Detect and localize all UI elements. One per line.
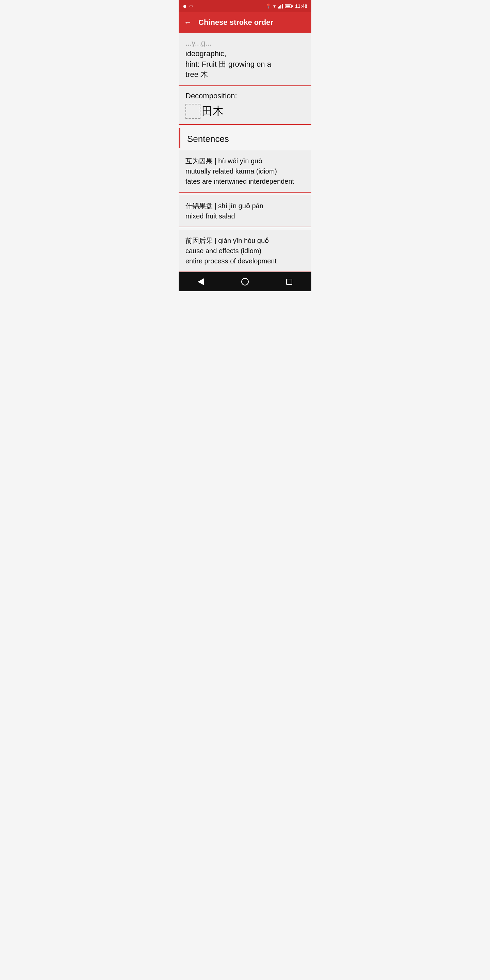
hint-card: ...y...g... ideographic, hint: Fruit 田 g… bbox=[179, 33, 311, 86]
hint-ideographic: ideographic, bbox=[185, 49, 226, 58]
sentence-2-meaning1: mixed fruit salad bbox=[185, 212, 235, 220]
decomp-title: Decomposition: bbox=[185, 92, 305, 100]
record-icon: ⏺ bbox=[183, 4, 187, 9]
sentence-2-separator: | bbox=[215, 202, 218, 210]
sentence-text-3: 前因后果 | qián yīn hòu guǒ cause and effect… bbox=[185, 235, 305, 266]
back-button[interactable]: ← bbox=[184, 18, 192, 27]
sentence-text-2: 什锦果盘 | shí jǐn guǒ pán mixed fruit salad bbox=[185, 201, 305, 221]
nav-home-icon bbox=[241, 278, 249, 285]
sentence-card-2: 什锦果盘 | shí jǐn guǒ pán mixed fruit salad bbox=[179, 195, 311, 227]
sentence-1-chinese: 互为因果 bbox=[185, 157, 213, 165]
sentence-3-chinese: 前因后果 bbox=[185, 237, 213, 244]
signal-icon bbox=[278, 4, 283, 8]
status-right-icons: 📍 ▾ 11:48 bbox=[266, 3, 307, 9]
nav-recents-button[interactable] bbox=[282, 275, 296, 288]
app-title: Chinese stroke order bbox=[198, 18, 273, 27]
sentence-1-pinyin: hù wéi yīn guǒ bbox=[218, 157, 262, 165]
sentences-section-header: Sentences bbox=[179, 128, 311, 148]
hint-fruit: hint: Fruit 田 growing on atree 木 bbox=[185, 60, 271, 79]
nav-back-button[interactable] bbox=[194, 275, 208, 288]
sentences-title: Sentences bbox=[187, 134, 305, 144]
app-bar: ← Chinese stroke order bbox=[179, 12, 311, 33]
wifi-icon: ▾ bbox=[273, 3, 275, 9]
sentence-text-1: 互为因果 | hù wéi yīn guǒ mutually related k… bbox=[185, 156, 305, 186]
sentence-1-meaning1: mutually related karma (idiom) bbox=[185, 167, 277, 175]
hint-text: ...y...g... ideographic, hint: Fruit 田 g… bbox=[185, 38, 305, 80]
bottom-nav bbox=[179, 272, 311, 291]
sentence-card-3: 前因后果 | qián yīn hòu guǒ cause and effect… bbox=[179, 230, 311, 272]
battery-icon bbox=[285, 5, 293, 8]
sentence-card-1: 互为因果 | hù wéi yīn guǒ mutually related k… bbox=[179, 150, 311, 192]
status-time: 11:48 bbox=[295, 3, 307, 9]
sentence-1-meaning2: fates are intertwined interdependent bbox=[185, 178, 294, 185]
nav-recents-icon bbox=[286, 279, 292, 285]
sentence-3-meaning2: entire process of development bbox=[185, 257, 277, 265]
sentence-3-separator: | bbox=[215, 237, 218, 244]
sentence-3-pinyin: qián yīn hòu guǒ bbox=[218, 237, 269, 244]
sentence-2-pinyin: shí jǐn guǒ pán bbox=[218, 202, 263, 210]
decomposition-card: Decomposition: 田木 bbox=[179, 86, 311, 125]
nav-back-icon bbox=[198, 278, 204, 285]
hint-line1: ...y...g... bbox=[185, 39, 212, 47]
nav-home-button[interactable] bbox=[238, 275, 252, 288]
sentence-3-meaning1: cause and effects (idiom) bbox=[185, 247, 261, 255]
decomp-placeholder bbox=[185, 104, 200, 119]
sentence-2-chinese: 什锦果盘 bbox=[185, 202, 213, 210]
status-left-icons: ⏺ ▭ bbox=[183, 4, 193, 9]
location-icon: 📍 bbox=[266, 3, 271, 9]
sim-icon: ▭ bbox=[189, 4, 193, 8]
sentence-1-separator: | bbox=[215, 157, 218, 165]
decomp-chars: 田木 bbox=[185, 104, 305, 119]
status-bar: ⏺ ▭ 📍 ▾ 11:48 bbox=[179, 0, 311, 12]
decomp-char-tian: 田木 bbox=[202, 104, 224, 119]
